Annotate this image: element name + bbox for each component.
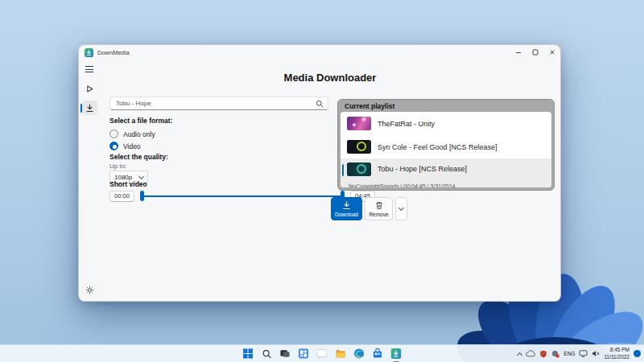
widgets-button[interactable]: [297, 347, 311, 360]
radio-video-circle-icon[interactable]: [109, 142, 118, 150]
update-tray-button[interactable]: [551, 350, 559, 358]
language-indicator[interactable]: ENG: [564, 351, 575, 356]
download-button[interactable]: Download: [331, 197, 362, 220]
taskbar: ENG 8:45 PM 11/11/2022: [0, 344, 644, 362]
playlist-list: TheFatRat - Unity Syn Cole - Feel Good […: [341, 112, 551, 187]
format-section-label: Select a file format:: [109, 117, 172, 125]
store-bag-icon: [373, 348, 383, 359]
network-button[interactable]: [579, 350, 588, 357]
widgets-icon: [299, 348, 309, 359]
page-title: Media Downloader: [100, 72, 560, 84]
app-badge-icon: [551, 350, 559, 358]
clock[interactable]: 8:45 PM 11/11/2022: [604, 347, 630, 360]
app-icon: [391, 348, 402, 359]
minimize-button[interactable]: [512, 47, 525, 58]
minimize-icon: [515, 49, 522, 56]
search-icon[interactable]: [316, 100, 324, 108]
titlebar[interactable]: DownMedia: [79, 45, 560, 60]
notification-badge[interactable]: [634, 350, 641, 357]
chevron-down-icon: [138, 173, 144, 179]
action-buttons: Download Remove: [331, 197, 407, 220]
time-label: 8:45 PM: [610, 347, 630, 353]
chat-button[interactable]: [316, 347, 329, 360]
play-icon: [85, 84, 94, 93]
slider-track[interactable]: [142, 195, 343, 197]
radio-video[interactable]: Video: [109, 141, 141, 151]
speaker-icon: [592, 350, 600, 357]
thumbnail-image: [347, 117, 371, 130]
desktop: DownMedia: [0, 0, 644, 362]
close-button[interactable]: [546, 47, 559, 58]
quality-hint-label: Up to:: [109, 162, 126, 170]
edge-icon: [354, 348, 365, 359]
task-view-button[interactable]: [279, 347, 292, 360]
slider-start-handle[interactable]: [140, 191, 144, 201]
taskbar-center: [242, 345, 403, 362]
shield-icon: [539, 350, 547, 358]
folder-icon: [336, 348, 346, 359]
remove-button-label: Remove: [369, 212, 388, 217]
settings-button[interactable]: [82, 282, 97, 297]
sidebar-item-player[interactable]: [82, 81, 97, 96]
gear-icon: [85, 286, 94, 294]
hidden-icons-button[interactable]: [518, 351, 522, 357]
downmedia-app-button[interactable]: [390, 347, 403, 360]
thumbnail-image: [347, 140, 371, 154]
selection-indicator: [342, 164, 345, 176]
window-title: DownMedia: [97, 49, 508, 56]
playlist-item-selected[interactable]: Tobu - Hope [NCS Release] NoCopyrightSou…: [341, 158, 551, 187]
search-input[interactable]: [109, 97, 328, 110]
playlist-title: Current playlist: [341, 100, 551, 112]
playlist-item-title: TheFatRat - Unity: [378, 120, 435, 128]
cloud-icon: [526, 350, 535, 357]
security-tray-button[interactable]: [539, 350, 547, 358]
radio-audio-circle-icon[interactable]: [109, 130, 118, 138]
thumb-ring: [357, 164, 366, 174]
app-body: Media Downloader Select a file format: A…: [79, 60, 560, 302]
network-icon: [579, 350, 588, 357]
playlist-item[interactable]: Syn Cole - Feel Good [NCS Release]: [341, 135, 551, 158]
playlist-item-details: NoCopyrightSounds | 00:04:45 | 3/31/2014: [347, 183, 551, 188]
app-window: DownMedia: [78, 44, 561, 302]
playlist-item[interactable]: TheFatRat - Unity: [341, 112, 551, 135]
system-tray: ENG 8:45 PM 11/11/2022: [518, 345, 641, 362]
range-slider[interactable]: [140, 190, 345, 202]
hamburger-icon: [85, 66, 93, 72]
playlist-panel: Current playlist TheFatRat - Unity Syn C…: [337, 99, 555, 191]
file-explorer-button[interactable]: [334, 347, 348, 360]
edge-browser-button[interactable]: [353, 347, 366, 360]
download-nav-icon: [85, 104, 94, 113]
download-button-label: Download: [335, 212, 358, 217]
menu-button[interactable]: [82, 62, 97, 76]
windows-logo-icon: [243, 348, 254, 359]
thumbnail-image: [347, 162, 371, 176]
chevron-down-icon: [398, 205, 404, 211]
close-icon: [549, 49, 555, 56]
radio-video-label: Video: [123, 142, 141, 150]
radio-audio-only[interactable]: Audio only: [109, 129, 155, 139]
maximize-button[interactable]: [529, 47, 542, 58]
chat-bubble-icon: [317, 348, 328, 359]
onedrive-tray-button[interactable]: [526, 350, 535, 357]
thumb-ring: [357, 142, 366, 151]
microsoft-store-button[interactable]: [371, 347, 385, 360]
trim-start-input[interactable]: 00:00: [109, 191, 134, 202]
app-icon: [85, 48, 93, 57]
date-label: 11/11/2022: [604, 354, 630, 360]
volume-button[interactable]: [592, 350, 600, 357]
search-icon: [262, 349, 271, 359]
taskbar-search-button[interactable]: [260, 347, 274, 360]
task-view-icon: [280, 348, 291, 359]
quality-section-label: Select the quality:: [109, 153, 168, 161]
radio-audio-label: Audio only: [123, 130, 155, 138]
playlist-item-title: Tobu - Hope [NCS Release]: [378, 165, 467, 173]
trash-icon: [375, 201, 383, 210]
remove-button[interactable]: Remove: [365, 197, 393, 220]
start-button[interactable]: [242, 347, 255, 360]
playlist-item-title: Syn Cole - Feel Good [NCS Release]: [378, 143, 497, 151]
trim-section-label: Short video: [109, 180, 147, 188]
download-icon: [342, 201, 351, 210]
sidebar-item-downloader[interactable]: [82, 101, 97, 115]
maximize-icon: [532, 49, 539, 56]
more-actions-button[interactable]: [395, 197, 407, 220]
